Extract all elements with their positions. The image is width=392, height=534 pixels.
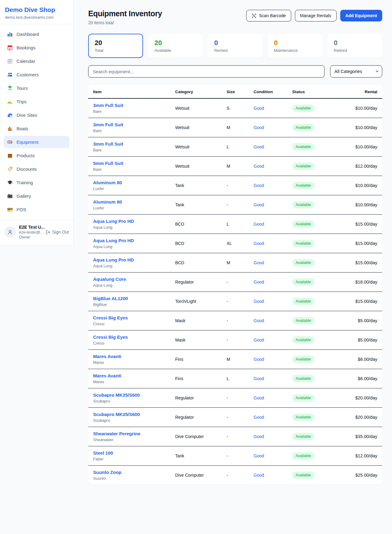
sidebar-item-boats[interactable]: Boats (4, 122, 70, 135)
item-rental: $15.00/day (339, 292, 382, 311)
item-name-link[interactable]: Aqua Lung Pro HD (93, 238, 165, 243)
table-row[interactable]: Cressi Big Eyes Cressi Mask - Good Avail… (88, 311, 382, 330)
table-row[interactable]: Suunto Zoop Suunto Dive Computer - Good … (88, 466, 382, 485)
item-name-link[interactable]: 3mm Full Suit (93, 103, 165, 108)
sidebar-item-label: POS (17, 207, 26, 212)
sidebar-item-customers[interactable]: Customers (4, 68, 70, 81)
item-name-link[interactable]: Cressi Big Eyes (93, 334, 165, 340)
table-row[interactable]: Scubapro MK25/S600 Scubapro Regulator - … (88, 388, 382, 408)
item-name-link[interactable]: 5mm Full Suit (93, 161, 165, 166)
sidebar-item-calendar[interactable]: Calendar (4, 55, 70, 67)
condition-link[interactable]: Good (254, 164, 264, 169)
condition-link[interactable]: Good (254, 222, 264, 227)
table-row[interactable]: Aqualung Core Aqua Lung Regulator - Good… (88, 273, 382, 292)
table-row[interactable]: 3mm Full Suit Bare Wetsuit L Good Availa… (88, 137, 382, 157)
sidebar-item-dive-sites[interactable]: Dive Sites (4, 109, 70, 121)
stat-card-maintenance[interactable]: 0 Maintenance (268, 34, 322, 58)
sidebar-item-training[interactable]: Training (4, 176, 70, 189)
scan-barcode-button[interactable]: Scan Barcode (246, 10, 291, 21)
table-row[interactable]: Mares Avanti Mares Fins M Good Available… (88, 350, 382, 369)
status-badge: Available (292, 182, 315, 189)
condition-link[interactable]: Good (254, 318, 264, 323)
condition-link[interactable]: Good (254, 415, 264, 420)
sidebar-item-equipment[interactable]: Equipment (4, 136, 70, 148)
condition-link[interactable]: Good (254, 260, 264, 265)
item-name-link[interactable]: Aqua Lung Pro HD (93, 257, 165, 262)
status-badge: Available (292, 143, 315, 151)
table-row[interactable]: Scubapro MK25/S600 Scubapro Regulator - … (88, 408, 382, 427)
item-brand: Luxfer (93, 206, 165, 210)
sidebar-item-label: Gallery (17, 193, 31, 199)
table-row[interactable]: Aluminum 80 Luxfer Tank - Good Available… (88, 195, 382, 215)
add-equipment-button[interactable]: Add Equipment (340, 10, 382, 21)
table-row[interactable]: 5mm Full Suit Bare Wetsuit M Good Availa… (88, 157, 382, 176)
sidebar-item-bookings[interactable]: 17 Bookings (4, 41, 70, 54)
condition-link[interactable]: Good (254, 241, 264, 246)
sidebar-item-dashboard[interactable]: Dashboard (4, 28, 70, 40)
item-name-link[interactable]: Cressi Big Eyes (93, 315, 165, 320)
sidebar-item-products[interactable]: Products (4, 149, 70, 162)
table-row[interactable]: Mares Avanti Mares Fins L Good Available… (88, 369, 382, 388)
item-name-link[interactable]: 3mm Full Suit (93, 122, 165, 127)
item-name-link[interactable]: Aluminum 80 (93, 199, 165, 204)
stat-card-rented[interactable]: 0 Rented (208, 34, 262, 58)
table-row[interactable]: Cressi Big Eyes Cressi Mask - Good Avail… (88, 330, 382, 350)
condition-link[interactable]: Good (254, 106, 264, 111)
search-input[interactable] (88, 65, 325, 78)
item-name-link[interactable]: Scubapro MK25/S600 (93, 412, 165, 417)
item-brand: Scubapro (93, 418, 165, 423)
condition-link[interactable]: Good (254, 473, 264, 478)
item-brand: Mares (93, 360, 165, 365)
manage-rentals-button[interactable]: Manage Rentals (295, 10, 337, 21)
condition-link[interactable]: Good (254, 434, 264, 439)
condition-link[interactable]: Good (254, 183, 264, 188)
item-name-link[interactable]: 3mm Full Suit (93, 141, 165, 147)
condition-link[interactable]: Good (254, 144, 264, 149)
item-category: BCD (170, 253, 222, 273)
item-name-link[interactable]: Aqualung Core (93, 277, 165, 282)
sidebar-item-tours[interactable]: Tours (4, 82, 70, 94)
item-name-link[interactable]: Suunto Zoop (93, 470, 165, 475)
category-select[interactable]: All Categories (330, 65, 382, 78)
stat-card-retired[interactable]: 0 Retired (327, 34, 382, 58)
item-rental: $10.00/day (339, 118, 382, 137)
item-name-link[interactable]: Scubapro MK25/S600 (93, 392, 165, 398)
item-category: Fins (170, 350, 222, 369)
item-name-link[interactable]: Aluminum 80 (93, 180, 165, 185)
item-name-link[interactable]: Shearwater Peregrine (93, 431, 165, 436)
table-row[interactable]: Shearwater Peregrine Shearwater Dive Com… (88, 427, 382, 446)
table-row[interactable]: Aluminum 80 Luxfer Tank - Good Available… (88, 176, 382, 195)
table-row[interactable]: BigBlue AL1200 BigBlue Torch/Light - Goo… (88, 292, 382, 311)
condition-link[interactable]: Good (254, 453, 264, 458)
sidebar-item-pos[interactable]: POS (4, 203, 70, 216)
condition-link[interactable]: Good (254, 338, 264, 342)
condition-link[interactable]: Good (254, 202, 264, 207)
condition-link[interactable]: Good (254, 395, 264, 400)
item-name-link[interactable]: BigBlue AL1200 (93, 296, 165, 301)
item-name-link[interactable]: Mares Avanti (93, 354, 165, 359)
table-row[interactable]: Aqua Lung Pro HD Aqua Lung BCD M Good Av… (88, 253, 382, 273)
stat-card-available[interactable]: 20 Available (148, 34, 203, 58)
table-row[interactable]: 3mm Full Suit Bare Wetsuit M Good Availa… (88, 118, 382, 137)
item-name-link[interactable]: Aqua Lung Pro HD (93, 219, 165, 224)
condition-link[interactable]: Good (254, 125, 264, 130)
sidebar-item-label: Dashboard (17, 32, 39, 37)
table-row[interactable]: 3mm Full Suit Bare Wetsuit S Good Availa… (88, 98, 382, 118)
item-size: M (222, 350, 249, 369)
sidebar-item-trips[interactable]: Trips (4, 95, 70, 108)
table-row[interactable]: Aqua Lung Pro HD Aqua Lung BCD L Good Av… (88, 215, 382, 234)
stat-card-total[interactable]: 20 Total (88, 34, 143, 58)
item-name-link[interactable]: Mares Avanti (93, 373, 165, 378)
condition-link[interactable]: Good (254, 357, 264, 362)
sidebar-item-discounts[interactable]: Discounts (4, 163, 70, 175)
condition-link[interactable]: Good (254, 376, 264, 381)
condition-link[interactable]: Good (254, 299, 264, 304)
tag-icon (7, 166, 13, 172)
sign-out-button[interactable]: Sign Out (45, 230, 69, 235)
table-row[interactable]: Aqua Lung Pro HD Aqua Lung BCD XL Good A… (88, 234, 382, 253)
sidebar-item-gallery[interactable]: Gallery (4, 190, 70, 202)
condition-link[interactable]: Good (254, 280, 264, 284)
table-row[interactable]: Steel 100 Faber Tank - Good Available $1… (88, 446, 382, 466)
item-category: Regulator (170, 273, 222, 292)
item-name-link[interactable]: Steel 100 (93, 450, 165, 456)
